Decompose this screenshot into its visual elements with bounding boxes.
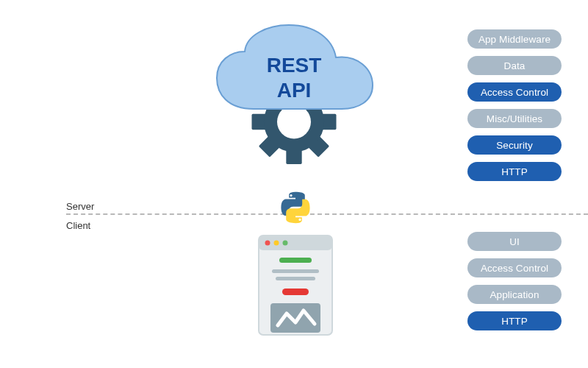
svg-point-10 <box>290 194 292 197</box>
pill-app-middleware: App Middleware <box>467 29 562 49</box>
client-label: Client <box>66 219 94 233</box>
architecture-center-column: REST API <box>198 21 390 168</box>
pill-ui: UI <box>467 232 562 251</box>
rest-api-cloud-gear: REST API <box>209 21 379 168</box>
rest-api-label: REST API <box>209 53 379 102</box>
svg-point-11 <box>298 219 301 221</box>
svg-rect-18 <box>272 269 319 273</box>
pill-application: Application <box>467 285 562 304</box>
python-icon <box>279 191 312 224</box>
pill-misc-utilities: Misc/Utilities <box>467 109 562 128</box>
pill-access-control-server: Access Control <box>467 82 562 102</box>
pill-http-client: HTTP <box>467 311 562 330</box>
browser-window-icon <box>257 234 334 337</box>
svg-rect-20 <box>282 289 309 295</box>
pill-access-control-client: Access Control <box>467 258 562 277</box>
svg-point-16 <box>283 241 288 246</box>
server-client-divider <box>66 213 588 215</box>
pill-data: Data <box>467 56 562 75</box>
server-stack-pills: App Middleware Data Access Control Misc/… <box>467 29 562 181</box>
svg-point-14 <box>265 241 270 246</box>
pill-http-server: HTTP <box>467 162 562 181</box>
svg-rect-17 <box>279 258 312 263</box>
server-label: Server <box>66 200 94 213</box>
divider-labels: Server Client <box>66 200 94 233</box>
pill-security: Security <box>467 135 562 155</box>
svg-rect-19 <box>276 277 315 280</box>
svg-point-15 <box>274 241 279 246</box>
client-stack-pills: UI Access Control Application HTTP <box>467 232 562 330</box>
svg-rect-21 <box>270 303 320 333</box>
